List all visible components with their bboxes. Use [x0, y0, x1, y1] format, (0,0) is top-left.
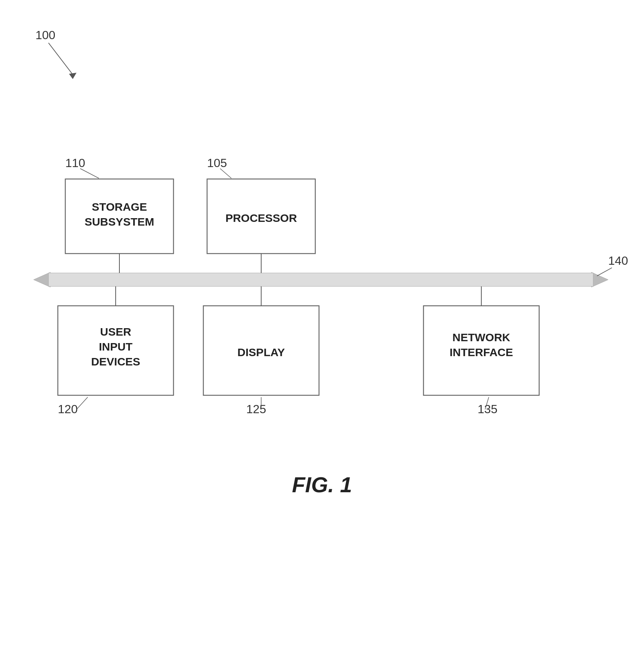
bus-body: [49, 273, 593, 286]
display-label: DISPLAY: [237, 346, 285, 358]
user-input-label-line1: USER: [100, 326, 131, 338]
network-label-line2: INTERFACE: [450, 346, 513, 358]
user-input-label-line2: INPUT: [99, 340, 132, 353]
storage-subsystem-label-line1: STORAGE: [92, 201, 147, 213]
ref-135-label: 135: [478, 402, 497, 416]
ref-120-arrow: [76, 397, 88, 409]
ref-140-label: 140: [608, 254, 628, 267]
ref-100-label: 100: [35, 28, 55, 42]
figure-caption: FIG. 1: [292, 472, 352, 497]
ref-110-arrow: [80, 169, 99, 178]
bus-arrow-left: [34, 272, 50, 287]
ref-120-label: 120: [58, 402, 78, 416]
ref-140-arrow: [597, 268, 612, 276]
ref-105-label: 105: [207, 156, 227, 170]
processor-label: PROCESSOR: [225, 212, 297, 224]
ref-110-label: 110: [65, 156, 85, 170]
user-input-label-line3: DEVICES: [91, 355, 140, 368]
network-label-line1: NETWORK: [453, 331, 510, 343]
ref-100-arrowhead: [69, 73, 76, 79]
storage-subsystem-label-line2: SUBSYSTEM: [85, 216, 154, 228]
ref-125-label: 125: [246, 402, 266, 416]
ref-105-arrow: [220, 169, 231, 178]
ref-100-arrow-line: [49, 43, 73, 75]
